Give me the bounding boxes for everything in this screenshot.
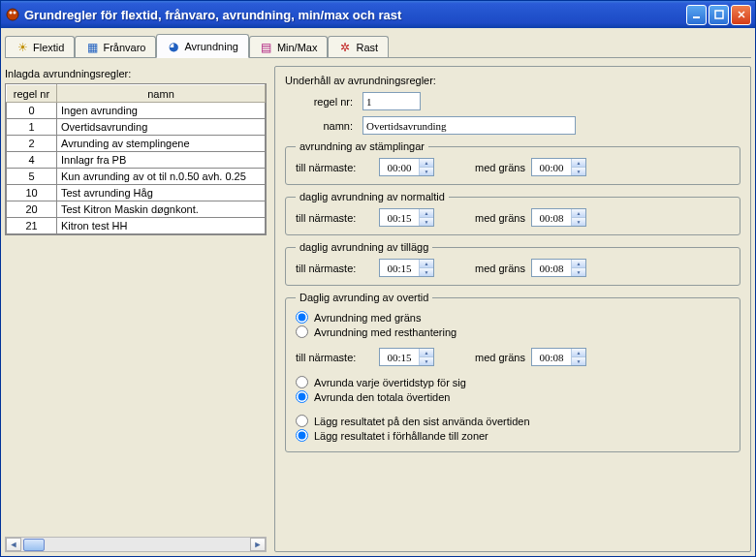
group-tillagg: daglig avrundning av tillägg till närmas…	[285, 241, 740, 286]
calendar-icon: ▦	[85, 41, 99, 54]
table-row[interactable]: 5Kun avrunding av ot til n.0.50 avh. 0.2…	[7, 169, 266, 185]
stampling-limit-spinner[interactable]: ▲▼	[531, 158, 586, 176]
tab-avrundning[interactable]: ◕ Avrundning	[156, 34, 248, 58]
radio-forhallande-zoner-label: Lägg resultatet i förhållande till zoner	[314, 430, 488, 442]
tab-label: Rast	[356, 42, 378, 53]
cell-regel-nr: 4	[7, 152, 57, 169]
group-tillagg-legend: daglig avrundning av tillägg	[296, 241, 432, 253]
radio-sist-anvanda[interactable]	[296, 415, 308, 427]
left-pane: Inlagda avrundningsregler: regel nr namn…	[5, 66, 267, 552]
col-regel-nr[interactable]: regel nr	[7, 85, 57, 103]
break-icon: ✲	[338, 41, 352, 54]
tab-flextid[interactable]: ☀ Flextid	[5, 36, 75, 58]
tab-label: Min/Max	[277, 42, 318, 53]
table-row[interactable]: 10Test avrunding Håg	[7, 185, 266, 201]
stampling-nearest-input[interactable]	[380, 159, 419, 175]
cell-namn: Overtidsavrunding	[57, 119, 266, 136]
radio-med-grans[interactable]	[296, 311, 308, 324]
regel-nr-input[interactable]	[362, 92, 421, 110]
tab-franvaro[interactable]: ▦ Frånvaro	[75, 36, 156, 58]
cell-regel-nr: 1	[7, 119, 57, 136]
tab-bar: ☀ Flextid ▦ Frånvaro ◕ Avrundning ▤ Min/…	[5, 32, 751, 57]
minimize-button[interactable]	[686, 5, 707, 25]
spin-down-icon[interactable]: ▼	[572, 168, 585, 175]
table-row[interactable]: 20Test Kitron Maskin døgnkont.	[7, 201, 266, 218]
spin-up-icon[interactable]: ▲	[420, 209, 433, 218]
radio-forhallande-zoner[interactable]	[296, 429, 308, 442]
spin-up-icon[interactable]: ▲	[420, 349, 433, 357]
radio-med-grans-label: Avrundning med gräns	[314, 312, 421, 324]
col-namn[interactable]: namn	[57, 85, 266, 103]
overtid-limit-input[interactable]	[532, 349, 571, 365]
spin-down-icon[interactable]: ▼	[572, 357, 585, 365]
normaltid-nearest-input[interactable]	[380, 209, 419, 226]
spin-down-icon[interactable]: ▼	[420, 357, 433, 365]
radio-resthantering-label: Avrundning med resthantering	[314, 326, 457, 338]
table-row[interactable]: 21Kitron test HH	[7, 218, 266, 234]
cell-namn: Kitron test HH	[57, 218, 266, 234]
table-row[interactable]: 0Ingen avrunding	[7, 103, 266, 119]
normaltid-nearest-spinner[interactable]: ▲▼	[379, 208, 434, 227]
group-stamplingar: avrundning av stämplingar till närmaste:…	[285, 140, 740, 185]
tillagg-limit-input[interactable]	[532, 260, 571, 276]
spin-down-icon[interactable]: ▼	[572, 268, 585, 276]
radio-varje-typ[interactable]	[296, 376, 308, 388]
overtid-nearest-spinner[interactable]: ▲▼	[379, 348, 434, 366]
stampling-limit-input[interactable]	[532, 159, 571, 175]
namn-input[interactable]	[362, 116, 576, 135]
table-row[interactable]: 1Overtidsavrunding	[7, 119, 266, 136]
tillagg-nearest-spinner[interactable]: ▲▼	[379, 259, 434, 277]
med-grans-label: med gräns	[475, 263, 525, 274]
spin-down-icon[interactable]: ▼	[420, 168, 433, 175]
tab-minmax[interactable]: ▤ Min/Max	[249, 36, 329, 58]
normaltid-limit-input[interactable]	[532, 209, 571, 226]
table-row[interactable]: 4Innlagr fra PB	[7, 152, 266, 169]
rules-table[interactable]: regel nr namn 0Ingen avrunding1Overtidsa…	[5, 83, 267, 235]
cell-regel-nr: 0	[7, 103, 57, 119]
med-grans-label: med gräns	[475, 212, 525, 224]
overtid-limit-spinner[interactable]: ▲▼	[531, 348, 586, 366]
table-row[interactable]: 2Avrunding av stemplingene	[7, 136, 266, 152]
horizontal-scrollbar[interactable]: ◄ ►	[5, 537, 267, 552]
client-area: ☀ Flextid ▦ Frånvaro ◕ Avrundning ▤ Min/…	[1, 28, 755, 556]
right-pane: Underhåll av avrundningsregler: regel nr…	[274, 66, 751, 552]
spin-down-icon[interactable]: ▼	[572, 218, 585, 226]
svg-point-2	[14, 12, 16, 15]
scroll-right-button[interactable]: ►	[250, 538, 266, 551]
group-normaltid: daglig avrundning av normaltid till närm…	[285, 191, 740, 235]
spin-up-icon[interactable]: ▲	[420, 159, 433, 168]
spin-down-icon[interactable]: ▼	[420, 218, 433, 226]
scroll-thumb[interactable]	[23, 539, 45, 551]
maximize-button[interactable]	[709, 5, 729, 25]
spin-up-icon[interactable]: ▲	[420, 260, 433, 268]
radio-sist-anvanda-label: Lägg resultatet på den sist använda över…	[314, 416, 530, 427]
med-grans-label: med gräns	[475, 162, 525, 173]
radio-resthantering[interactable]	[296, 325, 308, 338]
right-heading: Underhåll av avrundningsregler:	[285, 75, 740, 86]
cell-namn: Test avrunding Håg	[57, 185, 266, 201]
group-overtid: Daglig avrunding av overtid Avrundning m…	[285, 292, 740, 452]
svg-rect-4	[715, 11, 723, 18]
tillagg-nearest-input[interactable]	[380, 260, 419, 276]
namn-label: namn:	[285, 120, 362, 132]
scroll-left-button[interactable]: ◄	[6, 538, 21, 551]
spin-up-icon[interactable]: ▲	[572, 209, 585, 218]
till-narmaste-label: till närmaste:	[296, 352, 373, 363]
minmax-icon: ▤	[260, 41, 273, 54]
close-button[interactable]	[731, 5, 751, 25]
cell-namn: Innlagr fra PB	[57, 152, 266, 169]
overtid-nearest-input[interactable]	[380, 349, 419, 365]
tab-label: Avrundning	[184, 41, 237, 52]
tab-rast[interactable]: ✲ Rast	[328, 36, 389, 58]
stampling-nearest-spinner[interactable]: ▲▼	[379, 158, 434, 176]
spin-up-icon[interactable]: ▲	[572, 260, 585, 268]
window-title: Grundregler för flextid, frånvaro, avrun…	[24, 8, 686, 22]
spin-up-icon[interactable]: ▲	[572, 349, 585, 357]
radio-totala[interactable]	[296, 390, 308, 403]
cell-regel-nr: 5	[7, 169, 57, 185]
till-narmaste-label: till närmaste:	[296, 263, 373, 274]
spin-down-icon[interactable]: ▼	[420, 268, 433, 276]
tillagg-limit-spinner[interactable]: ▲▼	[531, 259, 586, 277]
normaltid-limit-spinner[interactable]: ▲▼	[531, 208, 586, 227]
spin-up-icon[interactable]: ▲	[572, 159, 585, 168]
